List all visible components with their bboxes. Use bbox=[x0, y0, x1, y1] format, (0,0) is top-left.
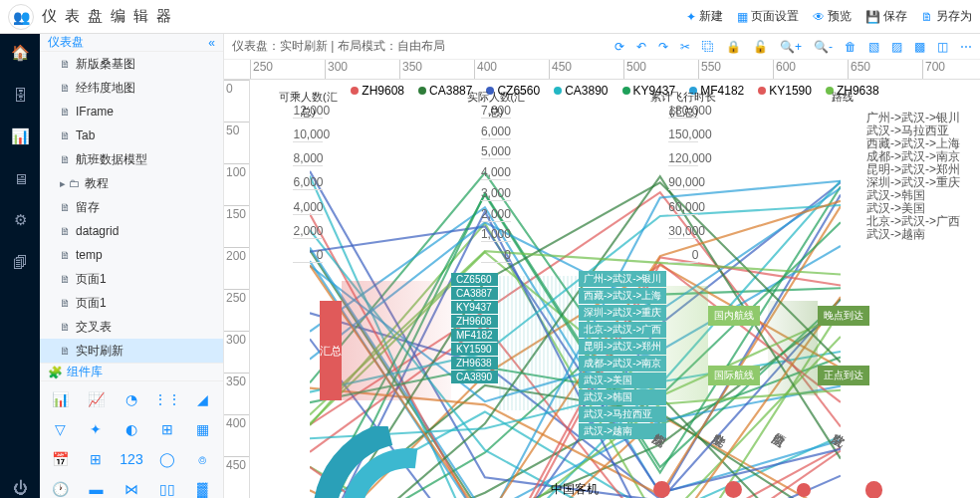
gauge-chart: 入境 (118660) bbox=[280, 426, 539, 498]
comp-line-icon[interactable]: 📈 bbox=[82, 387, 112, 411]
tree-item[interactable]: 🗎留存 bbox=[40, 195, 223, 219]
sankey-source: 汇总 bbox=[320, 301, 342, 400]
dashboard-tree: 🗎新版桑基图🗎经纬度地图🗎IFrame🗎Tab🗎航班数据模型▸ 🗀教程🗎留存🗎d… bbox=[40, 52, 223, 363]
comp-bar-icon[interactable]: 📊 bbox=[46, 387, 76, 411]
comp-x1-icon[interactable]: ▬ bbox=[82, 477, 112, 498]
parallel-chart: 可乘人数(汇总)12,00010,0008,0006,0004,0002,000… bbox=[280, 104, 950, 263]
preview-button[interactable]: 👁预览 bbox=[813, 8, 852, 25]
tool-copy-icon[interactable]: ⿻ bbox=[702, 40, 714, 54]
comp-clock-icon[interactable]: 🕐 bbox=[46, 477, 76, 498]
comp-pie-icon[interactable]: ◔ bbox=[117, 387, 146, 411]
comp-x2-icon[interactable]: ⋈ bbox=[117, 477, 146, 498]
tree-item[interactable]: 🗎新版桑基图 bbox=[40, 52, 223, 76]
component-library-header: 组件库 bbox=[67, 364, 103, 380]
sankey-chart: 汇总 CZ6560CA3887KY9437ZH9608MF4182KY1590Z… bbox=[280, 271, 950, 420]
app-logo: 👥 bbox=[8, 4, 34, 30]
tool-lock-icon[interactable]: 🔒 bbox=[726, 40, 741, 54]
tree-item[interactable]: 🗎航班数据模型 bbox=[40, 147, 223, 171]
tree-item[interactable]: 🗎页面1 bbox=[40, 267, 223, 291]
canvas-toolbar: ⟳ ↶ ↷ ✂ ⿻ 🔒 🔓 🔍+ 🔍- 🗑 ▧ ▨ ▩ ◫ ⋯ bbox=[614, 40, 972, 54]
tool-more-icon[interactable]: ⋯ bbox=[960, 40, 972, 54]
nav-dashboard-icon[interactable]: 📊 bbox=[9, 125, 31, 147]
save-button[interactable]: 💾保存 bbox=[865, 8, 907, 25]
ruler-horizontal: 2503003504004505005506006507007508008509… bbox=[224, 60, 980, 80]
nav-document-icon[interactable]: 🗐 bbox=[9, 251, 31, 273]
collapse-icon[interactable]: « bbox=[208, 36, 215, 50]
tree-item[interactable]: 🗎页面1 bbox=[40, 291, 223, 315]
comp-table-icon[interactable]: ⊞ bbox=[82, 447, 112, 471]
tree-item[interactable]: 🗎经纬度地图 bbox=[40, 76, 223, 100]
comp-scatter-icon[interactable]: ⋮⋮ bbox=[152, 387, 182, 411]
tool-zoomout-icon[interactable]: 🔍- bbox=[814, 40, 833, 54]
puzzle-icon: 🧩 bbox=[48, 366, 63, 379]
comp-calendar-icon[interactable]: 📅 bbox=[46, 447, 76, 471]
chart-legend: ZH9608CA3887CZ6560CA3890KY9437MF4182KY15… bbox=[250, 80, 980, 102]
comp-heat-icon[interactable]: ▦ bbox=[187, 417, 217, 441]
bubble-chart: 深圳航空华北航空厦门航空北京航空中国客机 bbox=[539, 426, 950, 498]
tool-layer1-icon[interactable]: ▧ bbox=[868, 40, 879, 54]
tool-layer3-icon[interactable]: ▩ bbox=[914, 40, 925, 54]
breadcrumb: 仪表盘：实时刷新 | 布局模式：自由布局 bbox=[232, 38, 445, 55]
tree-item[interactable]: 🗎交叉表 bbox=[40, 315, 223, 339]
tool-delete-icon[interactable]: 🗑 bbox=[845, 40, 857, 54]
left-nav: 🏠 🗄 📊 🖥 ⚙ 🗐 ⏻ bbox=[0, 34, 40, 498]
tool-unlock-icon[interactable]: 🔓 bbox=[753, 40, 768, 54]
sidebar-header: 仪表盘 bbox=[48, 34, 84, 51]
nav-monitor-icon[interactable]: 🖥 bbox=[9, 167, 31, 189]
nav-settings-icon[interactable]: ⚙ bbox=[9, 209, 31, 231]
comp-funnel-icon[interactable]: ▽ bbox=[46, 417, 76, 441]
canvas[interactable]: ZH9608CA3887CZ6560CA3890KY9437MF4182KY15… bbox=[250, 80, 980, 498]
comp-radar-icon[interactable]: ✦ bbox=[82, 417, 112, 441]
tree-item[interactable]: 🗎temp bbox=[40, 243, 223, 267]
tool-undo-icon[interactable]: ↶ bbox=[636, 40, 646, 54]
new-button[interactable]: ✦新建 bbox=[686, 8, 723, 25]
tool-zoomin-icon[interactable]: 🔍+ bbox=[780, 40, 802, 54]
nav-power-icon[interactable]: ⏻ bbox=[9, 476, 31, 498]
app-title: 仪表盘编辑器 bbox=[42, 7, 179, 26]
comp-num-icon[interactable]: 123 bbox=[117, 447, 146, 471]
comp-gauge-icon[interactable]: ◐ bbox=[117, 417, 146, 441]
tool-layer4-icon[interactable]: ◫ bbox=[937, 40, 948, 54]
tool-cut-icon[interactable]: ✂ bbox=[680, 40, 690, 54]
tool-refresh-icon[interactable]: ⟳ bbox=[614, 40, 624, 54]
tool-layer2-icon[interactable]: ▨ bbox=[891, 40, 902, 54]
component-grid: 📊 📈 ◔ ⋮⋮ ◢ ▽ ✦ ◐ ⊞ ▦ 📅 ⊞ 123 ◯ ⌾ 🕐 ▬ ⋈ ▯… bbox=[40, 381, 223, 498]
nav-database-icon[interactable]: 🗄 bbox=[9, 84, 31, 106]
svg-point-3 bbox=[352, 458, 467, 498]
tree-item[interactable]: 🗎实时刷新 bbox=[40, 339, 223, 363]
tree-item[interactable]: 🗎datagrid bbox=[40, 219, 223, 243]
page-settings-button[interactable]: ▦页面设置 bbox=[737, 8, 799, 25]
comp-x4-icon[interactable]: ▓ bbox=[187, 477, 217, 498]
comp-area-icon[interactable]: ◢ bbox=[187, 387, 217, 411]
ruler-vertical: 050100150200250300350400450 bbox=[224, 80, 250, 498]
save-as-button[interactable]: 🗎另存为 bbox=[921, 8, 972, 25]
comp-x3-icon[interactable]: ▯▯ bbox=[152, 477, 182, 498]
tree-item[interactable]: 🗎Tab bbox=[40, 124, 223, 147]
tree-item[interactable]: 🗎IFrame bbox=[40, 100, 223, 124]
tool-redo-icon[interactable]: ↷ bbox=[658, 40, 668, 54]
comp-speed-icon[interactable]: ⌾ bbox=[187, 447, 217, 471]
nav-home-icon[interactable]: 🏠 bbox=[9, 42, 31, 64]
comp-tree-icon[interactable]: ⊞ bbox=[152, 417, 182, 441]
comp-ring-icon[interactable]: ◯ bbox=[152, 447, 182, 471]
tree-item[interactable]: ▸ 🗀教程 bbox=[40, 171, 223, 195]
